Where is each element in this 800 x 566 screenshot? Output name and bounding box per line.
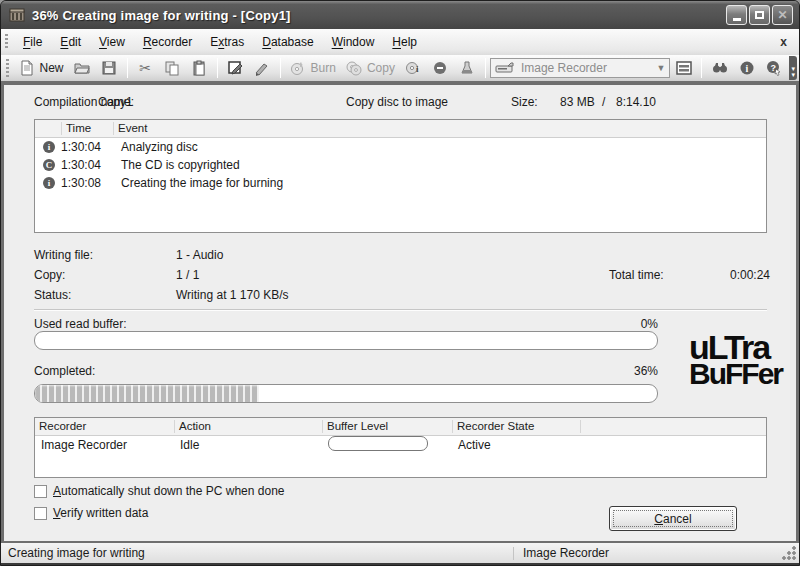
size-time: 8:14.10 <box>616 95 656 109</box>
column-header-buffer-level[interactable]: Buffer Level <box>322 420 452 433</box>
new-button-label: New <box>40 61 64 75</box>
verify-checkbox-box[interactable] <box>34 507 47 520</box>
menu-item-file[interactable]: File <box>14 31 51 53</box>
menu-item-view[interactable]: View <box>90 31 134 53</box>
focus-rectangle <box>613 510 733 527</box>
binoculars-icon <box>711 60 728 77</box>
event-row[interactable]: i1:30:08Creating the image for burning <box>35 174 766 192</box>
copy-pages-icon <box>164 60 181 77</box>
menu-item-help[interactable]: Help <box>383 31 426 53</box>
shutdown-checkbox[interactable]: Automatically shut down the PC when done <box>34 484 284 498</box>
copyright-icon: C <box>43 159 55 171</box>
buffer-level-progressbar <box>328 436 428 451</box>
save-button[interactable] <box>96 58 123 79</box>
column-header-recorder-state[interactable]: Recorder State <box>452 420 580 433</box>
recorder-select[interactable]: Image Recorder ▼ <box>490 58 670 78</box>
toolbar-separator <box>485 58 486 78</box>
disc-info-button[interactable]: i <box>400 58 427 79</box>
main-panel: Compilation name: Copy1 Copy disc to ima… <box>4 85 796 541</box>
resize-grip[interactable] <box>782 546 796 560</box>
read-buffer-progressbar <box>34 331 658 350</box>
svg-text:i: i <box>416 64 419 74</box>
toolbar-grip-handle[interactable] <box>6 59 9 77</box>
minimize-button[interactable] <box>726 5 747 25</box>
window-title: 36% Creating image for writing - [Copy1] <box>32 8 726 23</box>
toolbar-separator <box>280 58 281 78</box>
cancel-button[interactable]: Cancel <box>609 506 737 531</box>
burn-disc-icon <box>290 60 307 77</box>
event-time: 1:30:04 <box>61 140 113 154</box>
shutdown-checkbox-label: Automatically shut down the PC when done <box>53 484 284 498</box>
event-row[interactable]: i1:30:04Analyzing disc <box>35 138 766 156</box>
close-button[interactable]: ✕ <box>772 5 793 25</box>
info-button[interactable]: i <box>733 58 760 79</box>
recorder-row[interactable]: Image RecorderIdleActive <box>35 436 766 454</box>
menu-item-window[interactable]: Window <box>323 31 384 53</box>
edit-selection-button[interactable] <box>222 58 249 79</box>
column-header-action[interactable]: Action <box>174 420 322 433</box>
statusbar-separator <box>513 547 514 560</box>
status-bar: Creating image for writing Image Recorde… <box>1 541 799 565</box>
statusbar-activity-text: Creating image for writing <box>8 546 145 560</box>
event-time: 1:30:08 <box>61 176 113 190</box>
ultrabuffer-logo-line2: BuFFer <box>689 362 782 387</box>
app-icon <box>9 7 26 23</box>
verify-checkbox-label: Verify written data <box>53 506 148 520</box>
copy-button[interactable] <box>159 58 186 79</box>
paste-button[interactable] <box>186 58 213 79</box>
cut-button[interactable]: ✂ <box>132 58 159 79</box>
menu-item-edit[interactable]: Edit <box>51 31 90 53</box>
toolbar: New ✂ <box>1 55 799 83</box>
new-compilation-button[interactable]: New <box>14 58 69 79</box>
info-circle-icon: i <box>738 60 755 77</box>
recorder-table[interactable]: Recorder Action Buffer Level Recorder St… <box>34 417 767 478</box>
menu-item-recorder[interactable]: Recorder <box>134 31 201 53</box>
eject-button[interactable] <box>427 58 454 79</box>
cover-designer-button[interactable] <box>454 58 481 79</box>
cut-scissors-icon: ✂ <box>137 60 154 77</box>
action-cell: Idle <box>174 438 322 452</box>
menubar-grip-handle[interactable] <box>5 34 8 50</box>
ultrabuffer-logo: uLTra BuFFer <box>689 334 782 386</box>
copy-count-value: 1 / 1 <box>176 268 199 282</box>
menu-item-database[interactable]: Database <box>253 31 322 53</box>
buffer-level-cell <box>322 436 452 454</box>
new-document-icon <box>19 60 36 77</box>
tools-button[interactable] <box>249 58 276 79</box>
statusbar-recorder-text: Image Recorder <box>523 546 609 560</box>
menu-bar: FileEditViewRecorderExtrasDatabaseWindow… <box>1 29 799 55</box>
column-header-event[interactable]: Event <box>113 122 766 135</box>
read-buffer-percent: 0% <box>641 317 658 331</box>
copy-disc-button[interactable]: Copy <box>341 58 400 79</box>
completed-percent: 36% <box>634 364 658 378</box>
mdi-close-icon[interactable]: x <box>780 35 787 49</box>
help-button[interactable]: ? <box>760 58 787 79</box>
medium-info-button[interactable] <box>670 58 697 79</box>
size-label: Size: <box>511 95 538 109</box>
info-icon: i <box>43 177 55 189</box>
maximize-button[interactable] <box>749 5 770 25</box>
recorder-select-value: Image Recorder <box>521 61 607 75</box>
event-text: The CD is copyrighted <box>113 158 766 172</box>
shutdown-checkbox-box[interactable] <box>34 485 47 498</box>
toolbar-separator <box>701 58 702 78</box>
verify-checkbox[interactable]: Verify written data <box>34 506 148 520</box>
column-header-recorder[interactable]: Recorder <box>35 420 174 433</box>
event-list[interactable]: Time Event i1:30:04Analyzing discC1:30:0… <box>34 119 767 233</box>
completed-progressbar <box>34 384 658 403</box>
burn-button[interactable]: Burn <box>285 58 341 79</box>
event-list-header: Time Event <box>35 120 766 138</box>
recorder-drive-icon <box>495 60 515 77</box>
copy-disc-button-label: Copy <box>367 61 395 75</box>
writing-file-value: 1 - Audio <box>176 248 223 262</box>
event-row[interactable]: C1:30:04The CD is copyrighted <box>35 156 766 174</box>
recorder-rows: Image RecorderIdleActive <box>35 436 766 454</box>
open-button[interactable] <box>69 58 96 79</box>
copy-count-label: Copy: <box>34 268 65 282</box>
compilation-name-value: Copy1 <box>98 95 133 109</box>
svg-text:i: i <box>745 63 748 74</box>
find-button[interactable] <box>706 58 733 79</box>
toolbar-overflow-chevron[interactable]: ▾▾ <box>789 56 797 80</box>
menu-item-extras[interactable]: Extras <box>201 31 253 53</box>
column-header-time[interactable]: Time <box>61 122 113 135</box>
